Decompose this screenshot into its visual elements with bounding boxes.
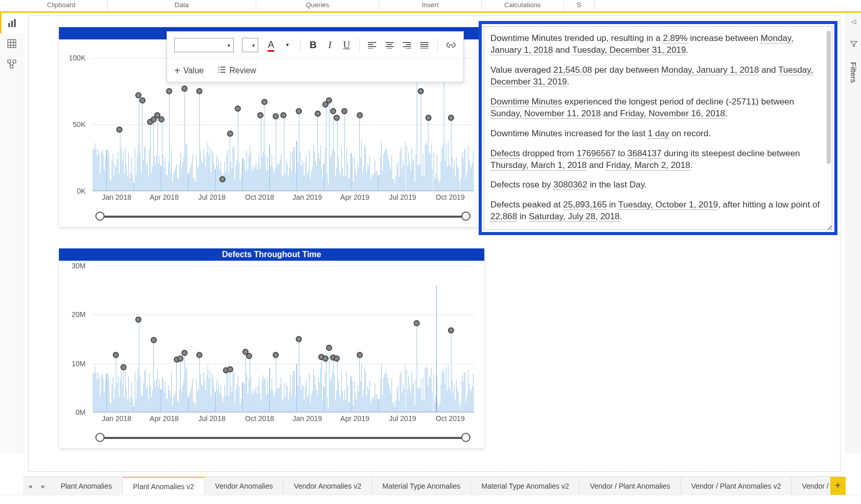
- x-tick-label: Apr 2018: [140, 414, 188, 426]
- date-range-slider[interactable]: [100, 437, 466, 439]
- anomaly-marker[interactable]: [280, 112, 286, 118]
- anomaly-marker[interactable]: [177, 355, 183, 362]
- anomaly-marker[interactable]: [113, 352, 119, 358]
- page-tab[interactable]: Vendor / Plant Anomalies v2: [681, 477, 792, 495]
- anomaly-marker[interactable]: [139, 97, 146, 103]
- anomaly-marker[interactable]: [357, 112, 363, 118]
- align-left-button[interactable]: [367, 41, 377, 49]
- anomaly-marker[interactable]: [261, 99, 268, 105]
- anomaly-marker[interactable]: [181, 350, 188, 356]
- anomaly-marker[interactable]: [448, 115, 454, 121]
- add-page-button[interactable]: +: [830, 477, 846, 495]
- anomaly-marker[interactable]: [448, 327, 454, 333]
- anomaly-marker[interactable]: [158, 116, 165, 122]
- anomaly-marker[interactable]: [334, 115, 340, 121]
- defects-chart-visual[interactable]: Defects Throughout Time 0M10M20M30M Jan …: [59, 248, 484, 448]
- view-rail: [0, 13, 23, 453]
- data-view-button[interactable]: [0, 33, 23, 54]
- anomaly-marker[interactable]: [166, 88, 172, 94]
- chevron-down-icon[interactable]: ▾: [283, 41, 292, 48]
- align-right-button[interactable]: [402, 41, 412, 49]
- add-value-button[interactable]: + Value: [174, 65, 203, 77]
- anomaly-marker[interactable]: [257, 112, 263, 118]
- anomaly-marker[interactable]: [181, 86, 188, 92]
- narrative-line: Downtime Minutes trended up, resulting i…: [490, 33, 823, 56]
- anomaly-marker[interactable]: [322, 355, 329, 362]
- bold-button[interactable]: B: [309, 39, 317, 51]
- anomaly-marker[interactable]: [120, 364, 127, 370]
- page-tabs: ◂ ▸ Plant AnomaliesPlant Anomalies v2Ven…: [23, 476, 846, 495]
- anomaly-marker[interactable]: [357, 352, 363, 358]
- scrollbar[interactable]: [827, 31, 831, 164]
- anomaly-marker[interactable]: [273, 352, 279, 358]
- align-center-button[interactable]: [385, 41, 394, 49]
- anomaly-marker[interactable]: [273, 113, 279, 119]
- svg-rect-10: [10, 65, 13, 68]
- narrative-text-area[interactable]: Downtime Minutes trended up, resulting i…: [484, 26, 832, 230]
- align-justify-button[interactable]: [420, 41, 429, 49]
- anomaly-marker[interactable]: [116, 127, 122, 133]
- page-tab[interactable]: Plant Anomalies v2: [123, 477, 205, 495]
- slider-thumb-start[interactable]: [95, 212, 105, 221]
- font-color-button[interactable]: A: [266, 39, 275, 50]
- page-tab[interactable]: Vendor / Plant Anomalies: [580, 477, 681, 495]
- anomaly-marker[interactable]: [235, 106, 241, 112]
- anomaly-marker[interactable]: [326, 97, 332, 103]
- filters-pane-collapsed[interactable]: ◁ Filters: [846, 13, 861, 453]
- anomaly-marker[interactable]: [418, 88, 424, 94]
- ribbon-group-s: S: [564, 0, 594, 10]
- page-tab[interactable]: Vendor Anomalies: [205, 477, 284, 495]
- page-tab[interactable]: Vendor Anomalies v2: [283, 477, 372, 495]
- anomaly-marker[interactable]: [341, 108, 347, 114]
- page-tab[interactable]: Vendor / Plant Ano: [792, 477, 830, 495]
- chart-title: Defects Throughout Time: [59, 248, 484, 261]
- page-tab[interactable]: Plant Anomalies: [50, 477, 122, 495]
- smart-narrative-toolbar[interactable]: ▾ ▾ A ▾ B I U + Value Review: [167, 31, 464, 82]
- resize-grip-icon[interactable]: [826, 223, 832, 230]
- anomaly-marker[interactable]: [296, 108, 302, 114]
- anomaly-marker[interactable]: [425, 115, 432, 121]
- x-tick-label: Apr 2019: [331, 193, 379, 204]
- report-view-button[interactable]: [0, 13, 23, 33]
- anomaly-marker[interactable]: [227, 366, 233, 372]
- y-axis: 0K50K100K: [59, 45, 90, 191]
- report-canvas[interactable]: 0K50K100K Jan 2018Apr 2018Jul 2018Oct 20…: [23, 13, 846, 476]
- anomaly-marker[interactable]: [196, 352, 202, 358]
- anomaly-marker[interactable]: [334, 355, 340, 362]
- narrative-line: Defects dropped from 17696567 to 3684137…: [490, 148, 823, 172]
- italic-button[interactable]: I: [325, 39, 334, 51]
- anomaly-marker[interactable]: [330, 108, 336, 114]
- underline-button[interactable]: U: [342, 39, 351, 51]
- link-button[interactable]: [446, 39, 456, 51]
- font-family-dropdown[interactable]: ▾: [174, 38, 234, 52]
- page-tab[interactable]: Material Type Anomalies: [372, 477, 471, 495]
- date-range-slider[interactable]: [100, 216, 466, 218]
- anomaly-marker[interactable]: [296, 336, 302, 342]
- review-button[interactable]: Review: [218, 66, 256, 75]
- tabs-next-button[interactable]: ▸: [37, 477, 51, 495]
- anomaly-marker[interactable]: [219, 176, 225, 182]
- anomaly-marker[interactable]: [315, 111, 321, 117]
- slider-thumb-start[interactable]: [95, 433, 105, 442]
- page-tab[interactable]: Material Type Anomalies v2: [471, 477, 580, 495]
- anomaly-marker[interactable]: [246, 353, 252, 359]
- x-tick-label: Jan 2019: [283, 414, 331, 426]
- model-view-button[interactable]: [0, 54, 23, 74]
- anomaly-marker[interactable]: [151, 337, 157, 343]
- y-tick-label: 0M: [76, 408, 86, 416]
- collapse-icon[interactable]: ◁: [851, 18, 856, 25]
- slider-thumb-end[interactable]: [461, 433, 470, 442]
- anomaly-marker[interactable]: [326, 345, 332, 351]
- y-axis: 0M10M20M30M: [59, 266, 90, 412]
- tabs-prev-button[interactable]: ◂: [23, 477, 37, 495]
- anomaly-marker[interactable]: [135, 317, 141, 323]
- x-tick-label: Oct 2019: [426, 193, 474, 204]
- font-size-dropdown[interactable]: ▾: [242, 38, 259, 52]
- anomaly-marker[interactable]: [196, 88, 202, 94]
- chevron-down-icon: ▾: [252, 42, 255, 48]
- separator: [300, 38, 301, 52]
- smart-narrative-visual[interactable]: Downtime Minutes trended up, resulting i…: [479, 21, 837, 235]
- anomaly-marker[interactable]: [227, 131, 233, 137]
- anomaly-marker[interactable]: [414, 320, 420, 326]
- slider-thumb-end[interactable]: [461, 212, 470, 221]
